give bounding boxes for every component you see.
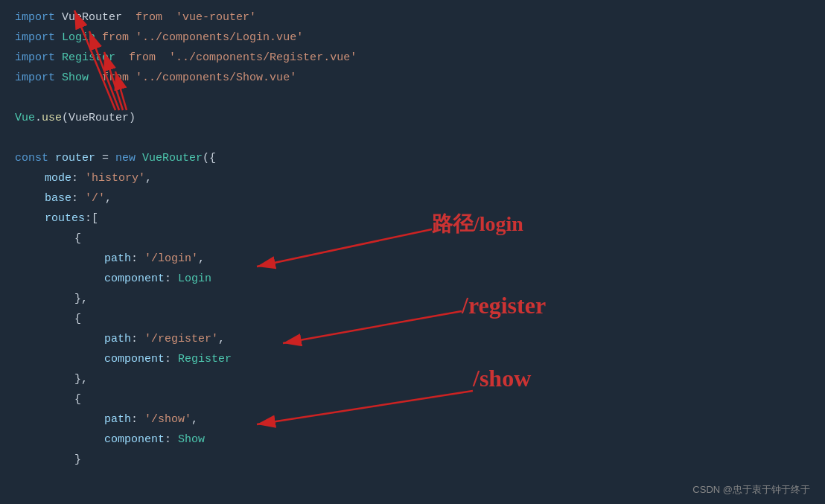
code-line-13: }, <box>15 290 825 310</box>
code-line-14: { <box>15 310 825 331</box>
code-line-1: import VueRouter from 'vue-router' <box>15 9 825 29</box>
keyword-import: import <box>15 9 55 28</box>
watermark: CSDN @忠于衷于钟于终于 <box>692 483 810 497</box>
code-line-20: component : Show <box>15 431 825 451</box>
code-line-12: component : Login <box>15 270 825 290</box>
code-line-21: } <box>15 451 825 471</box>
code-editor: import VueRouter from 'vue-router' impor… <box>0 0 825 480</box>
code-line-7: mode : 'history' , <box>15 170 825 190</box>
code-line-18: { <box>15 391 825 411</box>
code-line-11: path : '/login' , <box>15 250 825 270</box>
code-line-4: import Show from '../components/Show.vue… <box>15 69 825 89</box>
annotation-register: /register <box>462 292 546 319</box>
code-line-8: base : '/' , <box>15 190 825 210</box>
code-line-9: routes :[ <box>15 210 825 230</box>
code-line-blank1 <box>15 89 825 109</box>
annotation-show: /show <box>473 365 531 392</box>
code-line-19: path : '/show' , <box>15 411 825 431</box>
code-line-10: { <box>15 230 825 250</box>
code-line-blank2 <box>15 130 825 150</box>
code-line-17: }, <box>15 371 825 391</box>
annotation-login: 路径/login <box>432 210 523 238</box>
code-line-16: component : Register <box>15 351 825 371</box>
code-line-6: const router = new VueRouter ({ <box>15 150 825 170</box>
code-line-2: import Login from '../components/Login.v… <box>15 29 825 49</box>
code-line-15: path : '/register' , <box>15 331 825 351</box>
code-line-5: Vue . use (VueRouter) <box>15 109 825 130</box>
code-line-3: import Register from '../components/Regi… <box>15 49 825 69</box>
